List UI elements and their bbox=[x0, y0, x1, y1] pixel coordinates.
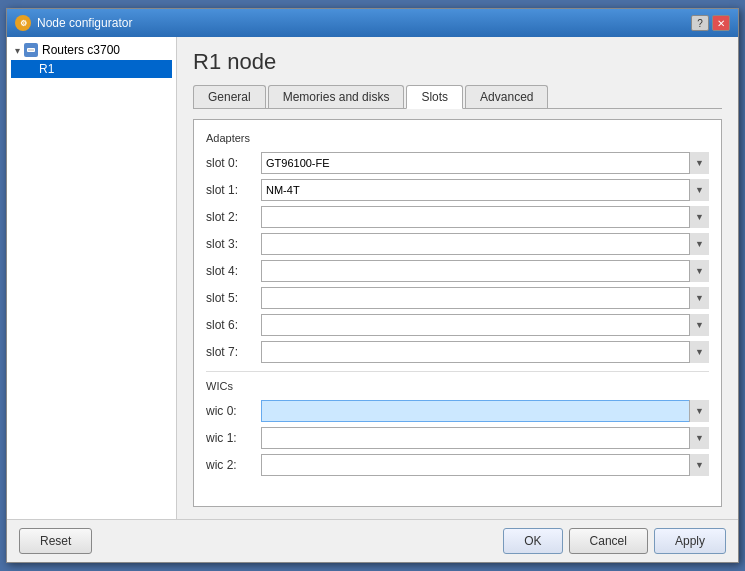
slot-1-label: slot 1: bbox=[206, 183, 261, 197]
slot-3-label: slot 3: bbox=[206, 237, 261, 251]
slot-4-select[interactable] bbox=[261, 260, 709, 282]
sidebar: ▾ Routers c3700 R1 bbox=[7, 37, 177, 519]
wic-1-label: wic 1: bbox=[206, 431, 261, 445]
wic-1-select[interactable] bbox=[261, 427, 709, 449]
section-divider bbox=[206, 371, 709, 372]
slot-1-select[interactable]: NM-4T bbox=[261, 179, 709, 201]
adapters-section-label: Adapters bbox=[206, 132, 709, 144]
slot-6-label: slot 6: bbox=[206, 318, 261, 332]
slot-row-5: slot 5: ▼ bbox=[206, 287, 709, 309]
slot-4-label: slot 4: bbox=[206, 264, 261, 278]
close-button[interactable]: ✕ bbox=[712, 15, 730, 31]
slot-row-4: slot 4: ▼ bbox=[206, 260, 709, 282]
wic-2-wrapper: ▼ bbox=[261, 454, 709, 476]
slot-5-select[interactable] bbox=[261, 287, 709, 309]
wic-2-label: wic 2: bbox=[206, 458, 261, 472]
title-bar-left: ⚙ Node configurator bbox=[15, 15, 132, 31]
title-buttons: ? ✕ bbox=[691, 15, 730, 31]
slot-row-0: slot 0: GT96100-FE ▼ bbox=[206, 152, 709, 174]
tab-general[interactable]: General bbox=[193, 85, 266, 108]
router-icon bbox=[24, 43, 38, 57]
apply-button[interactable]: Apply bbox=[654, 528, 726, 554]
wic-2-select[interactable] bbox=[261, 454, 709, 476]
slot-2-label: slot 2: bbox=[206, 210, 261, 224]
title-bar: ⚙ Node configurator ? ✕ bbox=[7, 9, 738, 37]
svg-point-5 bbox=[32, 49, 34, 51]
ok-button[interactable]: OK bbox=[503, 528, 562, 554]
wics-section-label: WICs bbox=[206, 380, 709, 392]
slot-0-label: slot 0: bbox=[206, 156, 261, 170]
reset-button[interactable]: Reset bbox=[19, 528, 92, 554]
main-panel: R1 node General Memories and disks Slots… bbox=[177, 37, 738, 519]
tree-parent-label: Routers c3700 bbox=[42, 43, 120, 57]
wic-0-label: wic 0: bbox=[206, 404, 261, 418]
slot-6-select[interactable] bbox=[261, 314, 709, 336]
slot-3-wrapper: ▼ bbox=[261, 233, 709, 255]
slot-3-select[interactable] bbox=[261, 233, 709, 255]
slot-5-wrapper: ▼ bbox=[261, 287, 709, 309]
slot-4-wrapper: ▼ bbox=[261, 260, 709, 282]
svg-text:⚙: ⚙ bbox=[20, 19, 27, 28]
tab-slots[interactable]: Slots bbox=[406, 85, 463, 109]
tab-memories[interactable]: Memories and disks bbox=[268, 85, 405, 108]
tree-toggle: ▾ bbox=[15, 45, 20, 56]
slot-row-3: slot 3: ▼ bbox=[206, 233, 709, 255]
slot-0-wrapper: GT96100-FE ▼ bbox=[261, 152, 709, 174]
page-title: R1 node bbox=[193, 49, 722, 75]
panel-content: Adapters slot 0: GT96100-FE ▼ slot 1: bbox=[193, 119, 722, 507]
bottom-bar: Reset OK Cancel Apply bbox=[7, 519, 738, 562]
slot-2-select[interactable] bbox=[261, 206, 709, 228]
wic-0-select[interactable] bbox=[261, 400, 709, 422]
slot-7-wrapper: ▼ bbox=[261, 341, 709, 363]
main-window: ⚙ Node configurator ? ✕ ▾ bbox=[6, 8, 739, 563]
cancel-button[interactable]: Cancel bbox=[569, 528, 648, 554]
slot-0-select[interactable]: GT96100-FE bbox=[261, 152, 709, 174]
slot-row-1: slot 1: NM-4T ▼ bbox=[206, 179, 709, 201]
help-button[interactable]: ? bbox=[691, 15, 709, 31]
app-icon: ⚙ bbox=[15, 15, 31, 31]
action-buttons: OK Cancel Apply bbox=[503, 528, 726, 554]
window-title: Node configurator bbox=[37, 16, 132, 30]
tab-advanced[interactable]: Advanced bbox=[465, 85, 548, 108]
tabs-bar: General Memories and disks Slots Advance… bbox=[193, 85, 722, 109]
wic-row-2: wic 2: ▼ bbox=[206, 454, 709, 476]
content-area: ▾ Routers c3700 R1 R1 node bbox=[7, 37, 738, 519]
slot-7-label: slot 7: bbox=[206, 345, 261, 359]
svg-point-3 bbox=[28, 49, 30, 51]
tree-parent-item[interactable]: ▾ Routers c3700 bbox=[11, 41, 172, 59]
slot-6-wrapper: ▼ bbox=[261, 314, 709, 336]
slot-row-2: slot 2: ▼ bbox=[206, 206, 709, 228]
wic-1-wrapper: ▼ bbox=[261, 427, 709, 449]
slot-row-7: slot 7: ▼ bbox=[206, 341, 709, 363]
svg-point-4 bbox=[30, 49, 32, 51]
wic-row-1: wic 1: ▼ bbox=[206, 427, 709, 449]
slot-5-label: slot 5: bbox=[206, 291, 261, 305]
slot-row-6: slot 6: ▼ bbox=[206, 314, 709, 336]
slot-7-select[interactable] bbox=[261, 341, 709, 363]
wic-row-0: wic 0: ▼ bbox=[206, 400, 709, 422]
wic-0-wrapper: ▼ bbox=[261, 400, 709, 422]
slot-2-wrapper: ▼ bbox=[261, 206, 709, 228]
slot-1-wrapper: NM-4T ▼ bbox=[261, 179, 709, 201]
tree-child-label: R1 bbox=[39, 62, 54, 76]
tree-child-item[interactable]: R1 bbox=[11, 60, 172, 78]
